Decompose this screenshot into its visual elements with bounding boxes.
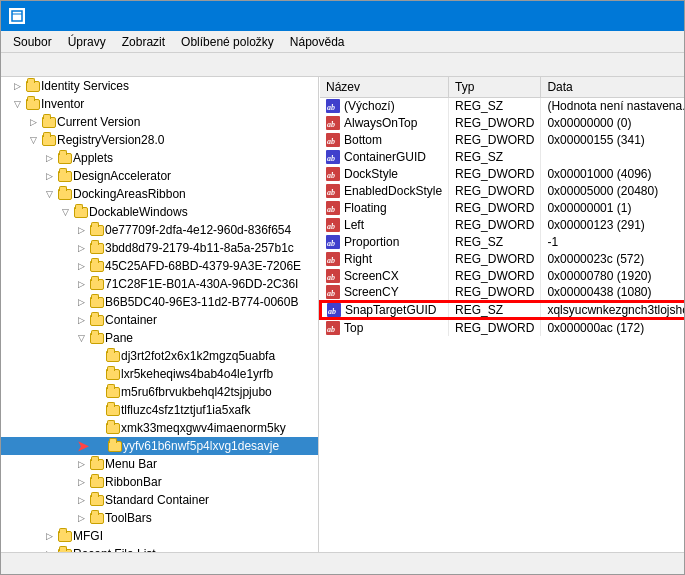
tree-item-pane-child1[interactable]: dj3rt2fot2x6x1k2mgzq5uabfa [1,347,318,365]
menu-upravy[interactable]: Úpravy [60,33,114,51]
tree-item-pane-child3[interactable]: m5ru6fbrvukbehql42tsjpjubo [1,383,318,401]
tree-item-pane[interactable]: ▽ Pane [1,329,318,347]
name-text: Right [344,252,372,266]
cell-type: REG_DWORD [449,250,541,267]
tree-item-guid1[interactable]: ▷ 0e77709f-2dfa-4e12-960d-836f654 [1,221,318,239]
folder-icon [89,511,105,525]
toggle-icon: ▽ [25,132,41,148]
cell-name: abProportion [320,233,449,250]
cell-type: REG_DWORD [449,199,541,216]
folder-icon [107,439,123,453]
table-row[interactable]: abSnapTargetGUIDREG_SZxqlsyucwnkezgnch3t… [320,301,684,319]
minimize-button[interactable] [538,1,584,31]
tree-item-pane-child5[interactable]: xmk33meqxgwv4imaenorm5ky [1,419,318,437]
folder-icon [41,115,57,129]
reg-dword-icon: ab [326,218,340,232]
tree-item-recent-file[interactable]: ▷ Recent File List [1,545,318,552]
cell-type: REG_SZ [449,233,541,250]
menu-oblibene[interactable]: Oblíbené položky [173,33,282,51]
tree-item-current-version[interactable]: ▷ Current Version [1,113,318,131]
tree-label: 3bdd8d79-2179-4b11-8a5a-257b1c [105,241,314,255]
folder-icon [89,313,105,327]
tree-item-pane-child2[interactable]: lxr5keheqiws4bab4o4le1yrfb [1,365,318,383]
tree-item-docking-areas[interactable]: ▽ DockingAreasRibbon [1,185,318,203]
cell-data: 0x00000438 (1080) [541,284,684,301]
tree-label: lxr5keheqiws4bab4o4le1yrfb [121,367,314,381]
cell-data: -1 [541,233,684,250]
svg-rect-0 [12,11,22,21]
table-row[interactable]: abAlwaysOnTopREG_DWORD0x00000000 (0) [320,114,684,131]
tree-label: Pane [105,331,314,345]
table-row[interactable]: abTopREG_DWORD0x000000ac (172) [320,319,684,336]
close-button[interactable] [630,1,676,31]
app-icon [9,8,25,24]
tree-item-inventor[interactable]: ▽ Inventor [1,95,318,113]
tree-item-toolbars[interactable]: ▷ ToolBars [1,509,318,527]
toggle-icon [89,366,105,382]
svg-text:ab: ab [328,307,336,316]
tree-item-menu-bar[interactable]: ▷ Menu Bar [1,455,318,473]
name-text: Bottom [344,133,382,147]
cell-type: REG_DWORD [449,267,541,284]
table-row[interactable]: abContainerGUIDREG_SZ [320,148,684,165]
tree-item-design-accelerator[interactable]: ▷ DesignAccelerator [1,167,318,185]
tree-item-guid2[interactable]: ▷ 3bdd8d79-2179-4b11-8a5a-257b1c [1,239,318,257]
menu-napoveda[interactable]: Nápověda [282,33,353,51]
window-controls [538,1,676,31]
toggle-icon: ▷ [41,528,57,544]
table-row[interactable]: abLeftREG_DWORD0x00000123 (291) [320,216,684,233]
main-window: Soubor Úpravy Zobrazit Oblíbené položky … [0,0,685,575]
tree-item-pane-selected[interactable]: ➤ yyfv61b6nwf5p4lxvg1desavje [1,437,318,455]
table-row[interactable]: abFloatingREG_DWORD0x00000001 (1) [320,199,684,216]
table-row[interactable]: abEnabledDockStyleREG_DWORD0x00005000 (2… [320,182,684,199]
tree-item-pane-child4[interactable]: tlfluzc4sfz1tztjuf1ia5xafk [1,401,318,419]
cell-type: REG_SZ [449,148,541,165]
reg-sz-icon: ab [327,303,341,317]
menu-soubor[interactable]: Soubor [5,33,60,51]
folder-icon [89,277,105,291]
svg-text:ab: ab [327,205,335,214]
table-row[interactable]: abProportionREG_SZ-1 [320,233,684,250]
folder-icon [25,97,41,111]
cell-data: 0x00000780 (1920) [541,267,684,284]
tree-item-ribbon-bar[interactable]: ▷ RibbonBar [1,473,318,491]
reg-dword-icon: ab [326,252,340,266]
maximize-button[interactable] [584,1,630,31]
tree-item-dockable-windows[interactable]: ▽ DockableWindows [1,203,318,221]
tree-item-mfgi[interactable]: ▷ MFGI [1,527,318,545]
folder-icon [105,385,121,399]
svg-text:ab: ab [327,222,335,231]
table-row[interactable]: abRightREG_DWORD0x0000023c (572) [320,250,684,267]
table-row[interactable]: abDockStyleREG_DWORD0x00001000 (4096) [320,165,684,182]
tree-item-guid4[interactable]: ▷ 71C28F1E-B01A-430A-96DD-2C36I [1,275,318,293]
tree-panel[interactable]: ▷ Identity Services ▽ Inventor ▷ Current… [1,77,319,552]
tree-label: 71C28F1E-B01A-430A-96DD-2C36I [105,277,314,291]
tree-item-applets[interactable]: ▷ Applets [1,149,318,167]
table-row[interactable]: abScreenCYREG_DWORD0x00000438 (1080) [320,284,684,301]
tree-item-guid5[interactable]: ▷ B6B5DC40-96E3-11d2-B774-0060B [1,293,318,311]
tree-item-container[interactable]: ▷ Container [1,311,318,329]
status-bar [1,552,684,574]
menu-zobrazit[interactable]: Zobrazit [114,33,173,51]
cell-data [541,148,684,165]
tree-item-registry-version[interactable]: ▽ RegistryVersion28.0 [1,131,318,149]
tree-label: Applets [73,151,314,165]
tree-item-identity-services[interactable]: ▷ Identity Services [1,77,318,95]
toggle-icon [89,420,105,436]
toggle-icon: ▷ [73,240,89,256]
arrow-indicator: ➤ [77,438,89,454]
tree-item-standard-container[interactable]: ▷ Standard Container [1,491,318,509]
tree-label: 0e77709f-2dfa-4e12-960d-836f654 [105,223,314,237]
toggle-icon: ▷ [41,168,57,184]
toggle-icon: ▽ [41,186,57,202]
tree-item-guid3[interactable]: ▷ 45C25AFD-68BD-4379-9A3E-7206E [1,257,318,275]
reg-sz-icon: ab [326,150,340,164]
folder-icon [41,133,57,147]
name-text: ScreenCY [344,285,399,299]
col-type: Typ [449,77,541,97]
table-row[interactable]: abScreenCXREG_DWORD0x00000780 (1920) [320,267,684,284]
table-row[interactable]: abBottomREG_DWORD0x00000155 (341) [320,131,684,148]
table-row[interactable]: ab(Výchozí)REG_SZ(Hodnota není nastavena… [320,97,684,114]
tree-label: DockingAreasRibbon [73,187,314,201]
toggle-icon [89,384,105,400]
